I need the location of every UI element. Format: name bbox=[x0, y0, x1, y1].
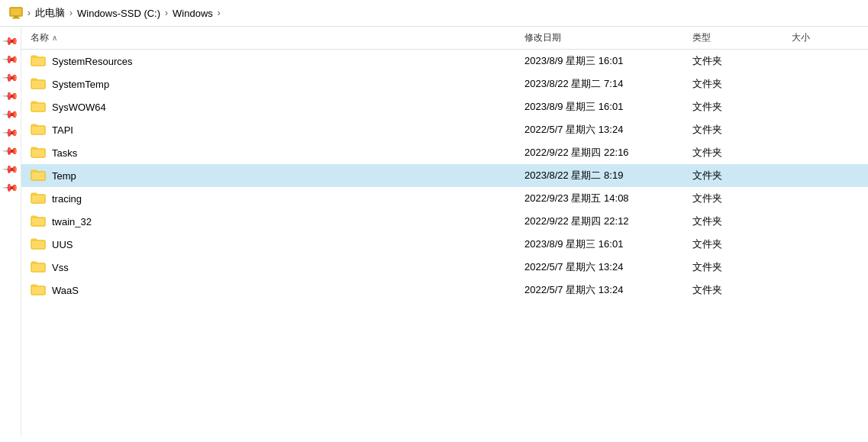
table-row[interactable]: Vss 2022/5/7 星期六 13:24 文件夹 bbox=[21, 256, 868, 279]
file-name-text: tracing bbox=[52, 193, 82, 205]
file-name-cell: Temp bbox=[31, 168, 524, 183]
pin-icon-8[interactable]: 📌 bbox=[2, 160, 19, 177]
file-date: 2022/9/22 星期四 22:16 bbox=[524, 146, 692, 160]
file-name-text: SysWOW64 bbox=[52, 102, 106, 113]
sep-4: › bbox=[216, 8, 222, 18]
table-row[interactable]: SystemResources 2023/8/9 星期三 16:01 文件夹 bbox=[21, 50, 868, 73]
file-date: 2022/9/23 星期五 14:08 bbox=[524, 192, 692, 205]
svg-rect-4 bbox=[31, 80, 45, 89]
sort-arrow-name: ∧ bbox=[52, 34, 57, 42]
table-row[interactable]: Tasks 2022/9/22 星期四 22:16 文件夹 bbox=[21, 141, 868, 164]
file-date: 2022/9/22 星期四 22:12 bbox=[524, 215, 692, 228]
col-header-type[interactable]: 类型 bbox=[692, 31, 792, 44]
sidebar: 📌 📌 📌 📌 📌 📌 📌 📌 📌 bbox=[0, 27, 21, 437]
file-name-text: Vss bbox=[52, 262, 69, 273]
folder-icon bbox=[31, 260, 46, 275]
file-type: 文件夹 bbox=[692, 77, 792, 91]
file-type: 文件夹 bbox=[692, 54, 792, 68]
file-type: 文件夹 bbox=[692, 100, 792, 114]
svg-rect-13 bbox=[31, 286, 45, 295]
pin-icon-6[interactable]: 📌 bbox=[2, 123, 19, 140]
file-name-text: twain_32 bbox=[52, 216, 92, 227]
svg-rect-5 bbox=[31, 103, 45, 111]
file-date: 2022/5/7 星期六 13:24 bbox=[524, 283, 692, 297]
file-type: 文件夹 bbox=[692, 146, 792, 160]
table-row[interactable]: tracing 2022/9/23 星期五 14:08 文件夹 bbox=[21, 187, 868, 210]
svg-rect-8 bbox=[31, 172, 45, 180]
svg-rect-1 bbox=[14, 16, 18, 18]
folder-icon bbox=[31, 168, 46, 183]
pin-icon-4[interactable]: 📌 bbox=[2, 86, 19, 104]
file-name-text: SystemResources bbox=[52, 56, 132, 67]
svg-rect-6 bbox=[31, 126, 45, 134]
file-list-container[interactable]: 名称 ∧ 修改日期 类型 大小 SystemResources 2023/8/9… bbox=[21, 27, 868, 437]
pin-icon-5[interactable]: 📌 bbox=[2, 105, 19, 122]
file-rows: SystemResources 2023/8/9 星期三 16:01 文件夹 S… bbox=[21, 50, 868, 302]
sep-3: › bbox=[163, 8, 169, 18]
table-row[interactable]: twain_32 2022/9/22 星期四 22:12 文件夹 bbox=[21, 210, 868, 233]
col-header-size[interactable]: 大小 bbox=[792, 31, 868, 44]
folder-icon bbox=[31, 145, 46, 160]
table-row[interactable]: UUS 2023/8/9 星期三 16:01 文件夹 bbox=[21, 233, 868, 256]
file-type: 文件夹 bbox=[692, 215, 792, 228]
table-row[interactable]: WaaS 2022/5/7 星期六 13:24 文件夹 bbox=[21, 279, 868, 302]
file-name-cell: Tasks bbox=[31, 145, 524, 160]
svg-rect-7 bbox=[31, 149, 45, 157]
table-row[interactable]: SystemTemp 2023/8/22 星期二 7:14 文件夹 bbox=[21, 73, 868, 95]
table-row[interactable]: TAPI 2022/5/7 星期六 13:24 文件夹 bbox=[21, 118, 868, 141]
file-name-cell: twain_32 bbox=[31, 214, 524, 229]
pin-icon-2[interactable]: 📌 bbox=[2, 50, 19, 67]
breadcrumb-windows[interactable]: Windows bbox=[173, 8, 213, 19]
file-name-text: WaaS bbox=[52, 285, 79, 296]
col-header-name[interactable]: 名称 ∧ bbox=[31, 31, 524, 44]
file-name-text: SystemTemp bbox=[52, 79, 109, 90]
file-name-cell: UUS bbox=[31, 237, 524, 252]
file-type: 文件夹 bbox=[692, 169, 792, 182]
file-name-cell: SysWOW64 bbox=[31, 99, 524, 115]
breadcrumb: › 此电脑 › Windows-SSD (C:) › Windows › bbox=[0, 0, 868, 27]
file-name-cell: WaaS bbox=[31, 282, 524, 298]
pin-icon-9[interactable]: 📌 bbox=[2, 178, 19, 195]
svg-rect-9 bbox=[31, 195, 45, 203]
folder-icon bbox=[31, 214, 46, 229]
svg-rect-3 bbox=[31, 57, 45, 66]
svg-rect-2 bbox=[12, 18, 20, 19]
file-date: 2023/8/9 星期三 16:01 bbox=[524, 54, 692, 68]
table-row[interactable]: SysWOW64 2023/8/9 星期三 16:01 文件夹 bbox=[21, 95, 868, 118]
breadcrumb-computer[interactable]: 此电脑 bbox=[35, 6, 65, 20]
file-name-text: TAPI bbox=[52, 124, 73, 136]
file-name-cell: SystemTemp bbox=[31, 76, 524, 92]
file-name-text: Tasks bbox=[52, 147, 77, 159]
file-name-text: Temp bbox=[52, 170, 76, 182]
folder-icon bbox=[31, 122, 46, 137]
file-date: 2023/8/22 星期二 7:14 bbox=[524, 77, 692, 91]
file-name-cell: SystemResources bbox=[31, 53, 524, 69]
breadcrumb-drive[interactable]: Windows-SSD (C:) bbox=[77, 8, 160, 19]
folder-icon bbox=[31, 237, 46, 252]
file-date: 2023/8/9 星期三 16:01 bbox=[524, 237, 692, 251]
file-type: 文件夹 bbox=[692, 283, 792, 297]
folder-icon bbox=[31, 53, 46, 69]
file-date: 2023/8/9 星期三 16:01 bbox=[524, 100, 692, 114]
file-date: 2022/5/7 星期六 13:24 bbox=[524, 260, 692, 274]
file-name-text: UUS bbox=[52, 239, 73, 250]
file-date: 2022/5/7 星期六 13:24 bbox=[524, 123, 692, 137]
file-date: 2023/8/22 星期二 8:19 bbox=[524, 169, 692, 182]
sep-2: › bbox=[68, 8, 74, 18]
pin-icon-3[interactable]: 📌 bbox=[2, 68, 19, 85]
table-row[interactable]: Temp 2023/8/22 星期二 8:19 文件夹 bbox=[21, 164, 868, 187]
folder-icon bbox=[31, 76, 46, 92]
pin-icon-1[interactable]: 📌 bbox=[2, 31, 19, 49]
svg-rect-11 bbox=[31, 240, 45, 249]
file-name-cell: Vss bbox=[31, 260, 524, 275]
folder-icon bbox=[31, 282, 46, 298]
file-type: 文件夹 bbox=[692, 123, 792, 137]
pin-icon-7[interactable]: 📌 bbox=[2, 141, 19, 159]
col-header-modified[interactable]: 修改日期 bbox=[524, 31, 692, 44]
folder-icon bbox=[31, 191, 46, 206]
file-type: 文件夹 bbox=[692, 260, 792, 274]
column-headers: 名称 ∧ 修改日期 类型 大小 bbox=[21, 27, 868, 50]
sep-1: › bbox=[26, 8, 32, 18]
svg-rect-12 bbox=[31, 263, 45, 272]
file-name-cell: tracing bbox=[31, 191, 524, 206]
